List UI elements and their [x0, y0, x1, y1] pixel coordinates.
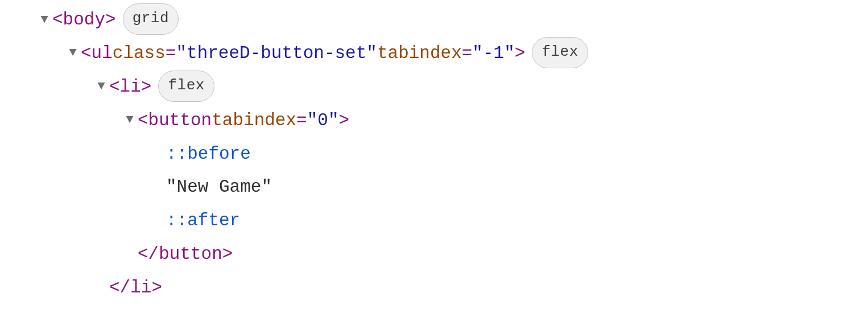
attr-name-class: class	[113, 37, 166, 71]
expand-arrow-icon[interactable]: ▼	[122, 108, 138, 132]
expand-arrow-icon[interactable]: ▼	[93, 75, 109, 98]
attr-quote: "	[176, 37, 187, 71]
display-badge-flex: flex	[158, 71, 214, 102]
pseudo-after: ::after	[166, 204, 240, 238]
dom-pseudo-before[interactable]: ::before	[0, 138, 868, 171]
tag-ul-open-prefix: <ul	[81, 37, 113, 71]
tag-ul-open-suffix: >	[515, 37, 526, 71]
attr-quote: "	[504, 37, 515, 71]
display-badge-flex: flex	[532, 37, 588, 68]
tag-li-open: <li>	[109, 71, 151, 104]
dom-node-li-close[interactable]: </li>	[0, 271, 868, 305]
pseudo-before: ::before	[166, 138, 251, 171]
expand-arrow-icon[interactable]: ▼	[36, 8, 52, 32]
attr-quote: "	[472, 37, 483, 71]
dom-tree: ▼ <body> grid ▼ <ul class = " threeD-but…	[0, 0, 868, 305]
tag-body-open: <body>	[52, 3, 116, 37]
attr-quote: "	[366, 37, 377, 71]
tag-button-open-prefix: <button	[138, 104, 212, 138]
tag-li-close: </li>	[109, 271, 162, 305]
dom-node-li[interactable]: ▼ <li> flex	[0, 71, 868, 104]
display-badge-grid: grid	[123, 3, 179, 35]
dom-text-node[interactable]: "New Game"	[0, 171, 868, 204]
dom-node-button-close[interactable]: </button>	[0, 238, 868, 271]
dom-node-body[interactable]: ▼ <body> grid	[0, 3, 868, 37]
attr-value-tabindex: -1	[483, 37, 504, 71]
attr-quote: "	[307, 104, 318, 138]
text-node-content: "New Game"	[166, 171, 272, 204]
attr-eq: =	[296, 104, 307, 138]
tag-button-open-suffix: >	[339, 104, 350, 138]
attr-quote: "	[328, 104, 339, 138]
attr-name-tabindex: tabindex	[212, 104, 296, 138]
dom-node-ul[interactable]: ▼ <ul class = " threeD-button-set " tabi…	[0, 37, 868, 71]
attr-eq: =	[462, 37, 473, 71]
dom-node-button[interactable]: ▼ <button tabindex = " 0 " >	[0, 104, 868, 138]
expand-arrow-icon[interactable]: ▼	[65, 41, 81, 65]
attr-name-tabindex: tabindex	[377, 37, 462, 71]
dom-pseudo-after[interactable]: ::after	[0, 204, 868, 238]
attr-value-tabindex: 0	[317, 104, 328, 138]
attr-value-class: threeD-button-set	[187, 37, 366, 71]
attr-eq: =	[166, 37, 176, 71]
tag-button-close: </button>	[138, 238, 233, 271]
